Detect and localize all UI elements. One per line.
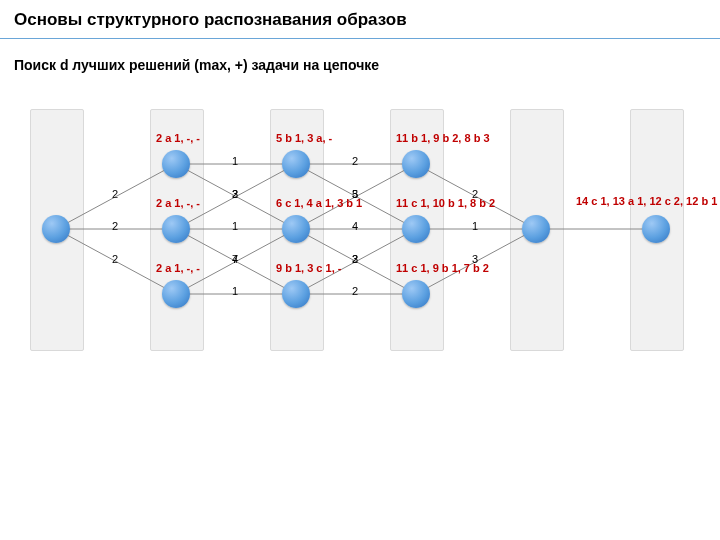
node-c3n1	[402, 215, 430, 243]
node-label-c2n1: 6 c 1, 4 a 1, 3 b 1	[276, 197, 362, 209]
edge-weight-c1n2-c2n1: 4	[232, 253, 238, 265]
node-c2n0	[282, 150, 310, 178]
page-header: Основы структурного распознавания образо…	[0, 0, 720, 39]
edge-weight-c2n0-c3n0: 2	[352, 155, 358, 167]
edge-weight-c0n0-c1n1: 2	[112, 220, 118, 232]
node-c5n0	[642, 215, 670, 243]
edge-weight-c3n1-c4n0: 1	[472, 220, 478, 232]
node-label-c1n2: 2 a 1, -, -	[156, 262, 200, 274]
node-label-c2n2: 9 b 1, 3 c 1, -	[276, 262, 341, 274]
page-title: Основы структурного распознавания образо…	[14, 10, 706, 30]
edge-weight-c2n1-c3n1: 4	[352, 220, 358, 232]
node-c2n2	[282, 280, 310, 308]
edge-weight-c1n0-c2n0: 1	[232, 155, 238, 167]
node-label-c5n0: 14 c 1, 13 a 1, 12 c 2, 12 b 1	[576, 195, 717, 207]
node-label-c1n1: 2 a 1, -, -	[156, 197, 200, 209]
node-c0n0	[42, 215, 70, 243]
node-c4n0	[522, 215, 550, 243]
edge-weight-c1n2-c2n2: 1	[232, 285, 238, 297]
node-c1n2	[162, 280, 190, 308]
node-c2n1	[282, 215, 310, 243]
edge-weight-c2n2-c3n2: 2	[352, 285, 358, 297]
edge-weight-c2n2-c3n1: 2	[352, 253, 358, 265]
node-c3n2	[402, 280, 430, 308]
edges-layer	[30, 109, 690, 349]
node-c1n1	[162, 215, 190, 243]
node-label-c1n0: 2 a 1, -, -	[156, 132, 200, 144]
node-label-c3n0: 11 b 1, 9 b 2, 8 b 3	[396, 132, 490, 144]
node-label-c3n1: 11 c 1, 10 b 1, 8 b 2	[396, 197, 495, 209]
node-c3n0	[402, 150, 430, 178]
node-c1n0	[162, 150, 190, 178]
edge-weight-c3n2-c4n0: 3	[472, 253, 478, 265]
edge-weight-c0n0-c1n0: 2	[112, 188, 118, 200]
edge-weight-c1n1-c2n1: 1	[232, 220, 238, 232]
edge-weight-c0n0-c1n2: 2	[112, 253, 118, 265]
edge-weight-c2n1-c3n0: 3	[352, 188, 358, 200]
edge-weight-c1n1-c2n0: 3	[232, 188, 238, 200]
edge-weight-c3n0-c4n0: 2	[472, 188, 478, 200]
node-label-c2n0: 5 b 1, 3 a, -	[276, 132, 332, 144]
chain-diagram: 2 a 1, -, -2 a 1, -, -2 a 1, -, -5 b 1, …	[30, 109, 690, 349]
page-subtitle: Поиск d лучших решений (max, +) задачи н…	[0, 39, 720, 73]
